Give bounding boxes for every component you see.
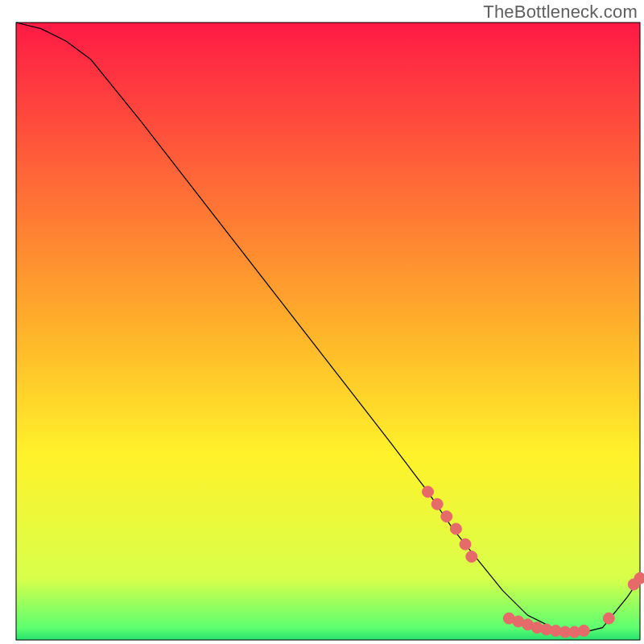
watermark-text: TheBottleneck.com bbox=[483, 2, 638, 23]
data-marker bbox=[460, 539, 471, 550]
data-marker bbox=[634, 572, 644, 584]
data-marker bbox=[578, 625, 589, 637]
data-marker bbox=[423, 486, 434, 497]
chart-container: TheBottleneck.com bbox=[0, 0, 644, 644]
bottleneck-chart bbox=[0, 0, 644, 644]
data-marker bbox=[431, 498, 443, 510]
data-marker bbox=[441, 511, 452, 522]
data-marker bbox=[466, 551, 477, 562]
data-marker bbox=[603, 613, 614, 624]
data-marker bbox=[450, 523, 461, 535]
plot-background bbox=[16, 23, 640, 640]
